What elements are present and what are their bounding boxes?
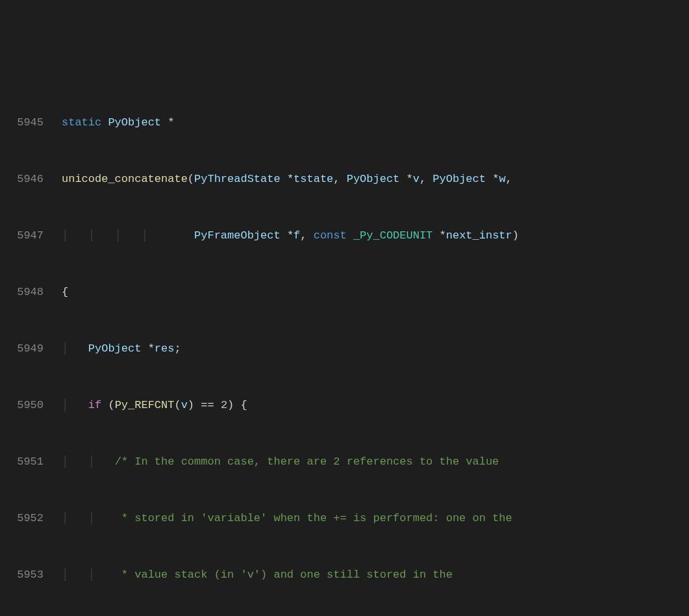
line-number: 5950 <box>0 396 62 415</box>
line-number: 5947 <box>0 226 62 245</box>
code-line: 5946unicode_concatenate(PyThreadState *t… <box>0 170 689 188</box>
code-line: 5945static PyObject * <box>0 113 689 132</box>
code-editor[interactable]: 5945static PyObject * 5946unicode_concat… <box>0 75 689 616</box>
line-number: 5952 <box>0 509 62 528</box>
code-content[interactable]: │ if (Py_REFCNT(v) == 2) { <box>62 396 689 415</box>
code-line: 5948{ <box>0 283 689 302</box>
code-content[interactable]: unicode_concatenate(PyThreadState *tstat… <box>62 170 689 188</box>
code-content[interactable]: static PyObject * <box>62 113 689 132</box>
code-line: 5949│ PyObject *res; <box>0 339 689 358</box>
line-number: 5949 <box>0 339 62 358</box>
code-line: 5951│ │ /* In the common case, there are… <box>0 452 689 471</box>
code-content[interactable]: │ │ * value stack (in 'v') and one still… <box>62 565 689 584</box>
line-number: 5948 <box>0 283 62 302</box>
code-content[interactable]: │ │ │ │ PyFrameObject *f, const _Py_CODE… <box>62 226 689 245</box>
code-content[interactable]: │ │ /* In the common case, there are 2 r… <box>62 452 689 471</box>
code-line: 5947│ │ │ │ PyFrameObject *f, const _Py_… <box>0 226 689 245</box>
code-content[interactable]: │ PyObject *res; <box>62 339 689 358</box>
code-line: 5950│ if (Py_REFCNT(v) == 2) { <box>0 396 689 415</box>
line-number: 5945 <box>0 113 62 132</box>
code-line: 5952│ │ * stored in 'variable' when the … <box>0 509 689 528</box>
code-content[interactable]: { <box>62 283 689 302</box>
code-content[interactable]: │ │ * stored in 'variable' when the += i… <box>62 509 689 528</box>
line-number: 5953 <box>0 565 62 584</box>
code-line: 5953│ │ * value stack (in 'v') and one s… <box>0 565 689 584</box>
line-number: 5951 <box>0 452 62 471</box>
line-number: 5946 <box>0 170 62 188</box>
